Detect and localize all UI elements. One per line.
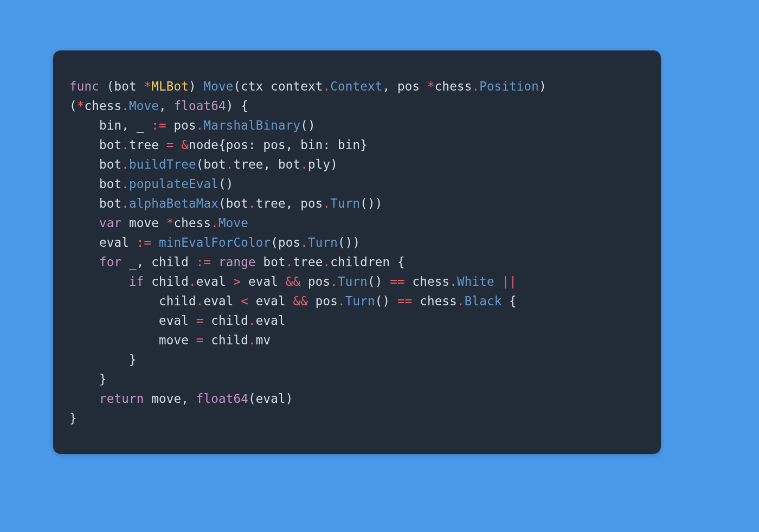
code-card: func (bot *MLBot) Move(ctx context.Conte…: [53, 50, 661, 454]
code-token: .: [248, 313, 256, 328]
code-token: [69, 216, 99, 230]
code-token: ==: [397, 294, 413, 308]
code-token: if: [129, 274, 144, 289]
code-token: alphaBetaMax: [129, 196, 218, 210]
code-token: bot: [69, 177, 121, 191]
code-token: [69, 255, 99, 269]
code-token: *: [427, 79, 435, 93]
code-token: [69, 274, 129, 289]
code-token: .: [300, 157, 308, 171]
code-token: tree, pos: [256, 196, 323, 210]
code-token: chess: [173, 216, 211, 230]
code-token: eval: [69, 235, 137, 249]
code-token: chess: [405, 274, 449, 289]
code-token: &&: [286, 274, 301, 289]
code-token: .: [300, 235, 308, 249]
code-token: func: [69, 79, 99, 93]
code-token: child: [144, 274, 188, 289]
code-token: [151, 235, 159, 249]
code-token: float64: [196, 392, 248, 406]
code-token: =: [196, 333, 204, 347]
code-token: bot: [69, 157, 121, 171]
code-token: (bot: [99, 79, 144, 93]
code-token: (): [300, 118, 316, 132]
code-token: .: [211, 216, 218, 230]
code-token: float64: [173, 99, 226, 113]
code-token: var: [99, 216, 121, 230]
code-token: ): [539, 79, 554, 93]
code-token: {: [501, 294, 517, 308]
code-token: .: [226, 157, 234, 171]
code-token: Black: [465, 294, 502, 308]
code-token: [173, 138, 181, 152]
code-token: .: [248, 196, 256, 210]
code-token: .: [323, 255, 330, 269]
code-token: }: [69, 411, 77, 425]
code-token: .: [121, 157, 129, 171]
code-token: Move: [129, 99, 159, 113]
code-token: , pos: [382, 79, 427, 93]
code-token: bot: [69, 138, 121, 152]
code-token: Turn: [338, 274, 368, 289]
code-token: ()): [360, 196, 382, 210]
code-token: .: [196, 294, 204, 308]
code-token: pos: [300, 274, 330, 289]
code-token: :=: [137, 235, 152, 249]
code-token: bot: [69, 196, 121, 210]
code-token: Move: [203, 79, 233, 93]
code-token: (): [218, 177, 234, 191]
code-token: bot: [256, 255, 286, 269]
code-token: .: [121, 196, 129, 210]
code-token: .: [457, 294, 465, 308]
code-token: ) {: [226, 99, 248, 113]
code-token: chess: [412, 294, 456, 308]
code-token: Turn: [345, 294, 375, 308]
code-token: (bot: [196, 157, 226, 171]
code-token: [69, 392, 99, 406]
code-token: .: [449, 274, 457, 289]
code-token: ||: [501, 274, 517, 289]
code-token: <: [241, 294, 248, 308]
code-token: (: [69, 99, 77, 113]
code-token: tree: [293, 255, 323, 269]
code-token: :=: [196, 255, 211, 269]
code-token: .: [196, 118, 204, 132]
code-token: move: [121, 216, 166, 230]
code-token: Move: [218, 216, 248, 230]
code-token: :=: [151, 118, 166, 132]
code-token: child: [69, 294, 196, 308]
code-token: *: [166, 216, 174, 230]
code-token: ): [189, 79, 204, 93]
code-token: .: [121, 138, 129, 152]
code-token: bin, _: [69, 118, 151, 132]
code-token: populateEval: [129, 177, 218, 191]
code-token: eval: [248, 294, 293, 308]
code-token: =: [196, 313, 204, 328]
code-token: for: [99, 255, 121, 269]
code-token: >: [233, 274, 241, 289]
code-token: White: [457, 274, 494, 289]
code-token: =: [166, 138, 174, 152]
code-token: ()): [338, 235, 360, 249]
code-token: mv: [256, 333, 271, 347]
code-token: ,: [159, 99, 174, 113]
code-token: (bot: [218, 196, 248, 210]
code-token: ply): [308, 157, 338, 171]
code-token: .: [121, 99, 129, 113]
code-token: eval: [256, 313, 286, 328]
code-token: Position: [479, 79, 539, 93]
code-token: .: [323, 79, 330, 93]
code-token: return: [99, 392, 144, 406]
code-token: .: [330, 274, 338, 289]
code-token: chess: [435, 79, 472, 93]
code-token: (ctx context: [233, 79, 323, 93]
code-token: eval: [241, 274, 285, 289]
code-token: Context: [330, 79, 382, 93]
code-block: func (bot *MLBot) Move(ctx context.Conte…: [69, 76, 645, 428]
code-token: }: [69, 352, 137, 367]
code-token: eval: [69, 313, 196, 328]
code-token: eval: [203, 294, 241, 308]
code-token: pos: [166, 118, 196, 132]
code-token: }: [69, 372, 107, 386]
code-token: .: [286, 255, 293, 269]
